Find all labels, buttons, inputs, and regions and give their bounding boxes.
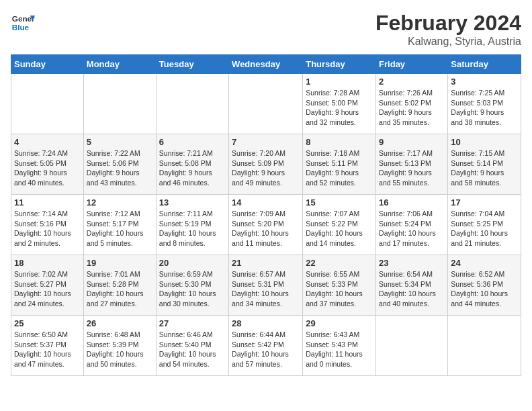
- calendar-cell: 21Sunrise: 6:57 AM Sunset: 5:31 PM Dayli…: [229, 255, 303, 316]
- calendar-cell: 17Sunrise: 7:04 AM Sunset: 5:25 PM Dayli…: [448, 195, 521, 255]
- weekday-header-wednesday: Wednesday: [229, 55, 303, 74]
- calendar-cell: 6Sunrise: 7:21 AM Sunset: 5:08 PM Daylig…: [156, 134, 228, 195]
- day-number: 3: [451, 77, 518, 87]
- day-info: Sunrise: 7:06 AM Sunset: 5:24 PM Dayligh…: [379, 209, 445, 248]
- calendar-week-5: 25Sunrise: 6:50 AM Sunset: 5:37 PM Dayli…: [11, 316, 521, 376]
- weekday-header-tuesday: Tuesday: [156, 55, 228, 74]
- weekday-header-row: SundayMondayTuesdayWednesdayThursdayFrid…: [11, 55, 521, 74]
- day-number: 19: [87, 258, 153, 268]
- day-number: 7: [232, 137, 300, 147]
- month-title: February 2024: [375, 11, 521, 36]
- title-area: February 2024 Kalwang, Styria, Austria: [375, 11, 521, 48]
- day-info: Sunrise: 6:55 AM Sunset: 5:33 PM Dayligh…: [306, 269, 373, 309]
- calendar-cell: [11, 74, 84, 134]
- day-number: 11: [14, 197, 81, 208]
- day-number: 29: [306, 318, 373, 328]
- calendar-cell: 13Sunrise: 7:11 AM Sunset: 5:19 PM Dayli…: [156, 195, 228, 255]
- day-number: 23: [379, 258, 445, 268]
- page-header: General Blue February 2024 Kalwang, Styr…: [11, 11, 521, 48]
- calendar-week-1: 1Sunrise: 7:28 AM Sunset: 5:00 PM Daylig…: [11, 74, 521, 134]
- calendar-table: SundayMondayTuesdayWednesdayThursdayFrid…: [11, 54, 521, 376]
- calendar-cell: 7Sunrise: 7:20 AM Sunset: 5:09 PM Daylig…: [229, 134, 303, 195]
- day-number: 18: [14, 258, 81, 268]
- day-info: Sunrise: 7:04 AM Sunset: 5:25 PM Dayligh…: [451, 209, 518, 248]
- day-number: 25: [14, 318, 81, 328]
- svg-text:General: General: [12, 14, 35, 23]
- day-number: 16: [379, 197, 445, 208]
- calendar-week-3: 11Sunrise: 7:14 AM Sunset: 5:16 PM Dayli…: [11, 195, 521, 255]
- day-info: Sunrise: 7:28 AM Sunset: 5:00 PM Dayligh…: [306, 88, 373, 128]
- day-number: 12: [87, 197, 153, 208]
- day-info: Sunrise: 7:01 AM Sunset: 5:28 PM Dayligh…: [87, 269, 153, 309]
- calendar-cell: 16Sunrise: 7:06 AM Sunset: 5:24 PM Dayli…: [376, 195, 448, 255]
- day-number: 5: [87, 137, 153, 147]
- day-info: Sunrise: 7:02 AM Sunset: 5:27 PM Dayligh…: [14, 269, 81, 309]
- logo-icon: General Blue: [11, 11, 35, 35]
- day-number: 6: [159, 137, 226, 147]
- weekday-header-sunday: Sunday: [11, 55, 84, 74]
- day-number: 2: [379, 77, 445, 87]
- calendar-cell: 15Sunrise: 7:07 AM Sunset: 5:22 PM Dayli…: [303, 195, 376, 255]
- calendar-cell: 12Sunrise: 7:12 AM Sunset: 5:17 PM Dayli…: [83, 195, 156, 255]
- calendar-cell: 2Sunrise: 7:26 AM Sunset: 5:02 PM Daylig…: [376, 74, 448, 134]
- calendar-cell: 27Sunrise: 6:46 AM Sunset: 5:40 PM Dayli…: [156, 316, 228, 376]
- day-number: 14: [232, 197, 300, 208]
- calendar-cell: 25Sunrise: 6:50 AM Sunset: 5:37 PM Dayli…: [11, 316, 84, 376]
- weekday-header-monday: Monday: [83, 55, 156, 74]
- day-info: Sunrise: 6:43 AM Sunset: 5:43 PM Dayligh…: [306, 330, 373, 369]
- calendar-cell: 18Sunrise: 7:02 AM Sunset: 5:27 PM Dayli…: [11, 255, 84, 316]
- day-info: Sunrise: 7:11 AM Sunset: 5:19 PM Dayligh…: [159, 209, 226, 248]
- calendar-cell: [448, 316, 521, 376]
- calendar-cell: 10Sunrise: 7:15 AM Sunset: 5:14 PM Dayli…: [448, 134, 521, 195]
- calendar-cell: 19Sunrise: 7:01 AM Sunset: 5:28 PM Dayli…: [83, 255, 156, 316]
- svg-text:Blue: Blue: [12, 23, 30, 32]
- day-number: 24: [451, 258, 518, 268]
- calendar-cell: 24Sunrise: 6:52 AM Sunset: 5:36 PM Dayli…: [448, 255, 521, 316]
- calendar-cell: 22Sunrise: 6:55 AM Sunset: 5:33 PM Dayli…: [303, 255, 376, 316]
- day-number: 20: [159, 258, 226, 268]
- calendar-cell: 3Sunrise: 7:25 AM Sunset: 5:03 PM Daylig…: [448, 74, 521, 134]
- day-info: Sunrise: 7:17 AM Sunset: 5:13 PM Dayligh…: [379, 148, 445, 188]
- day-info: Sunrise: 6:48 AM Sunset: 5:39 PM Dayligh…: [87, 330, 153, 369]
- day-number: 10: [451, 137, 518, 147]
- location-title: Kalwang, Styria, Austria: [375, 36, 521, 48]
- calendar-cell: 11Sunrise: 7:14 AM Sunset: 5:16 PM Dayli…: [11, 195, 84, 255]
- day-info: Sunrise: 7:07 AM Sunset: 5:22 PM Dayligh…: [306, 209, 373, 248]
- weekday-header-saturday: Saturday: [448, 55, 521, 74]
- day-info: Sunrise: 7:21 AM Sunset: 5:08 PM Dayligh…: [159, 148, 226, 188]
- day-number: 17: [451, 197, 518, 208]
- day-info: Sunrise: 7:24 AM Sunset: 5:05 PM Dayligh…: [14, 148, 81, 188]
- logo: General Blue: [11, 11, 35, 35]
- calendar-cell: 9Sunrise: 7:17 AM Sunset: 5:13 PM Daylig…: [376, 134, 448, 195]
- calendar-cell: 26Sunrise: 6:48 AM Sunset: 5:39 PM Dayli…: [83, 316, 156, 376]
- calendar-cell: 20Sunrise: 6:59 AM Sunset: 5:30 PM Dayli…: [156, 255, 228, 316]
- day-info: Sunrise: 7:14 AM Sunset: 5:16 PM Dayligh…: [14, 209, 81, 248]
- calendar-week-4: 18Sunrise: 7:02 AM Sunset: 5:27 PM Dayli…: [11, 255, 521, 316]
- day-number: 1: [306, 77, 373, 87]
- day-info: Sunrise: 7:12 AM Sunset: 5:17 PM Dayligh…: [87, 209, 153, 248]
- day-info: Sunrise: 7:25 AM Sunset: 5:03 PM Dayligh…: [451, 88, 518, 128]
- day-info: Sunrise: 6:44 AM Sunset: 5:42 PM Dayligh…: [232, 330, 300, 369]
- day-info: Sunrise: 6:54 AM Sunset: 5:34 PM Dayligh…: [379, 269, 445, 309]
- calendar-cell: 5Sunrise: 7:22 AM Sunset: 5:06 PM Daylig…: [83, 134, 156, 195]
- day-number: 13: [159, 197, 226, 208]
- calendar-cell: [83, 74, 156, 134]
- day-number: 15: [306, 197, 373, 208]
- calendar-cell: 8Sunrise: 7:18 AM Sunset: 5:11 PM Daylig…: [303, 134, 376, 195]
- calendar-body: 1Sunrise: 7:28 AM Sunset: 5:00 PM Daylig…: [11, 74, 521, 376]
- day-info: Sunrise: 7:20 AM Sunset: 5:09 PM Dayligh…: [232, 148, 300, 188]
- day-number: 28: [232, 318, 300, 328]
- day-info: Sunrise: 6:52 AM Sunset: 5:36 PM Dayligh…: [451, 269, 518, 309]
- weekday-header-thursday: Thursday: [303, 55, 376, 74]
- day-info: Sunrise: 7:09 AM Sunset: 5:20 PM Dayligh…: [232, 209, 300, 248]
- day-info: Sunrise: 7:15 AM Sunset: 5:14 PM Dayligh…: [451, 148, 518, 188]
- day-number: 8: [306, 137, 373, 147]
- day-number: 22: [306, 258, 373, 268]
- calendar-cell: 4Sunrise: 7:24 AM Sunset: 5:05 PM Daylig…: [11, 134, 84, 195]
- day-info: Sunrise: 7:26 AM Sunset: 5:02 PM Dayligh…: [379, 88, 445, 128]
- calendar-cell: 29Sunrise: 6:43 AM Sunset: 5:43 PM Dayli…: [303, 316, 376, 376]
- calendar-cell: 1Sunrise: 7:28 AM Sunset: 5:00 PM Daylig…: [303, 74, 376, 134]
- day-number: 26: [87, 318, 153, 328]
- weekday-header-friday: Friday: [376, 55, 448, 74]
- day-number: 4: [14, 137, 81, 147]
